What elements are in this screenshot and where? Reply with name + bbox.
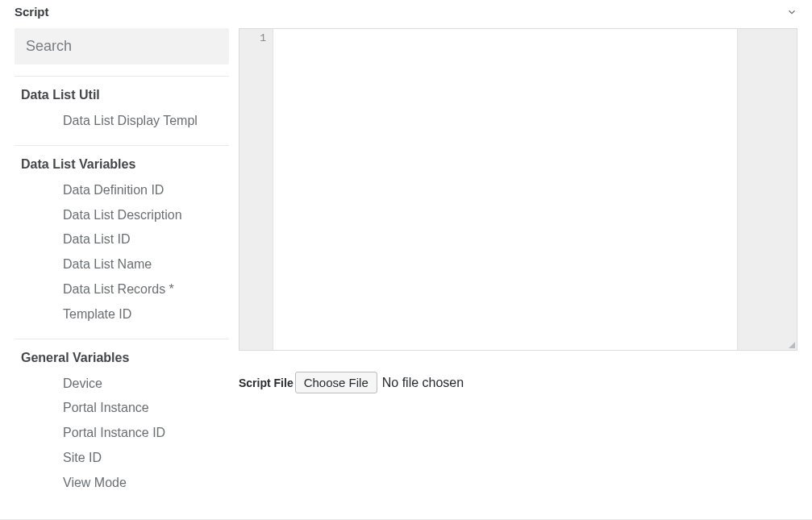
editor-right-strip bbox=[737, 29, 797, 350]
tree-item[interactable]: Template ID bbox=[63, 302, 223, 327]
tree-item[interactable]: Data List Records * bbox=[63, 277, 223, 302]
panel-header[interactable]: Script bbox=[0, 0, 812, 23]
group-header-data-list-util[interactable]: Data List Util bbox=[15, 77, 229, 109]
resize-handle-icon[interactable] bbox=[785, 339, 795, 348]
script-file-label: Script File bbox=[239, 376, 294, 389]
tree-item[interactable]: Portal Instance bbox=[63, 396, 223, 421]
variable-tree[interactable]: Data List Util Data List Display Templ D… bbox=[15, 76, 229, 511]
tree-item[interactable]: Device bbox=[63, 372, 223, 397]
group-header-general-variables[interactable]: General Variables bbox=[15, 339, 229, 372]
tree-item[interactable]: Data Definition ID bbox=[63, 178, 223, 203]
group-header-data-list-variables[interactable]: Data List Variables bbox=[15, 146, 229, 178]
choose-file-button[interactable]: Choose File bbox=[295, 372, 377, 393]
panel-title: Script bbox=[15, 5, 49, 19]
tree-item[interactable]: Data List Description bbox=[63, 203, 223, 228]
tree-item[interactable]: Data List ID bbox=[63, 227, 223, 252]
code-editor[interactable]: 1 bbox=[239, 28, 797, 351]
tree-item[interactable]: Portal Instance ID bbox=[63, 421, 223, 446]
editor-gutter: 1 bbox=[239, 29, 273, 350]
tree-item[interactable]: Data List Display Templ bbox=[63, 109, 223, 134]
file-status: No file chosen bbox=[382, 376, 464, 390]
line-number: 1 bbox=[239, 32, 266, 45]
tree-item[interactable]: Site ID bbox=[63, 446, 223, 471]
search-input[interactable] bbox=[15, 28, 229, 64]
editor-content[interactable] bbox=[273, 29, 737, 350]
chevron-down-icon bbox=[786, 6, 797, 18]
tree-item[interactable]: View Mode bbox=[63, 471, 223, 496]
sidebar: Data List Util Data List Display Templ D… bbox=[15, 28, 229, 519]
tree-item[interactable]: Data List Name bbox=[63, 252, 223, 277]
